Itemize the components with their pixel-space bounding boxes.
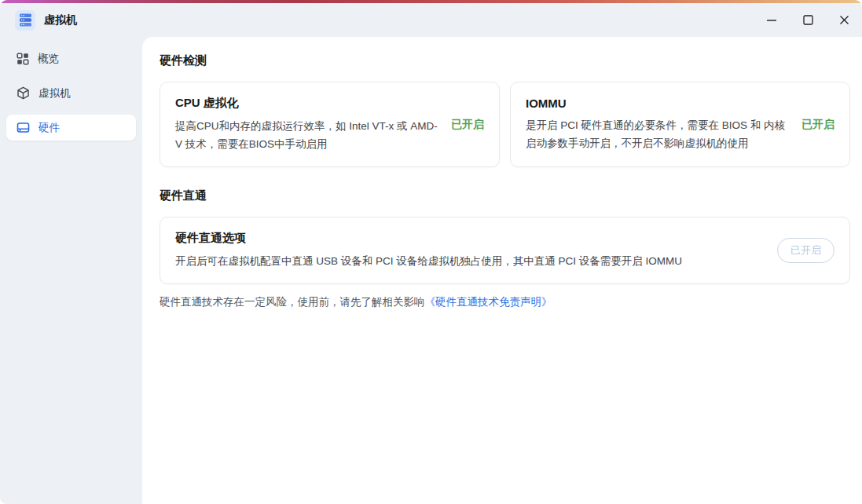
card-description: 是开启 PCI 硬件直通的必要条件，需要在 BIOS 和 内核启动参数手动开启，…: [526, 116, 790, 152]
detection-cards-row: CPU 虚拟化 提高CPU和内存的虚拟运行效率，如 Intel VT-x 或 A…: [160, 82, 850, 167]
app-logo: [15, 10, 35, 31]
passthrough-enabled-button[interactable]: 已开启: [777, 238, 834, 263]
risk-notice: 硬件直通技术存在一定风险，使用前，请先了解相关影响《硬件直通技术免责声明》: [160, 295, 850, 309]
main-content: 硬件检测 CPU 虚拟化 提高CPU和内存的虚拟运行效率，如 Intel VT-…: [142, 37, 862, 504]
status-badge: 已开启: [801, 118, 834, 132]
disclaimer-link[interactable]: 《硬件直通技术免责声明》: [425, 296, 552, 308]
card-title: 硬件直通选项: [175, 231, 765, 246]
close-button[interactable]: [826, 3, 862, 37]
app-window: 虚拟机: [0, 0, 862, 504]
card-body: 硬件直通选项 开启后可在虚拟机配置中直通 USB 设备和 PCI 设备给虚拟机独…: [175, 231, 765, 270]
card-description: 提高CPU和内存的虚拟运行效率，如 Intel VT-x 或 AMD-V 技术，…: [175, 117, 440, 153]
section-heading-detection: 硬件检测: [160, 53, 850, 68]
sidebar-item-hardware[interactable]: 硬件: [6, 115, 136, 141]
minimize-button[interactable]: [754, 3, 790, 37]
app-title: 虚拟机: [44, 13, 77, 27]
titlebar: 虚拟机: [0, 3, 862, 37]
card-passthrough-options: 硬件直通选项 开启后可在虚拟机配置中直通 USB 设备和 PCI 设备给虚拟机独…: [160, 217, 850, 284]
card-title: IOMMU: [526, 97, 790, 110]
section-heading-passthrough: 硬件直通: [160, 188, 850, 203]
maximize-button[interactable]: [790, 3, 826, 37]
card-iommu: IOMMU 是开启 PCI 硬件直通的必要条件，需要在 BIOS 和 内核启动参…: [510, 82, 850, 167]
sidebar: 概览 虚拟机 硬件: [0, 37, 142, 504]
server-stack-icon: [19, 13, 32, 27]
card-cpu-virtualization: CPU 虚拟化 提高CPU和内存的虚拟运行效率，如 Intel VT-x 或 A…: [160, 82, 500, 167]
grid-icon: [17, 53, 29, 65]
cube-icon: [17, 86, 30, 100]
sidebar-item-label: 硬件: [39, 121, 60, 135]
drive-icon: [17, 121, 30, 134]
sidebar-item-label: 虚拟机: [39, 86, 71, 100]
sidebar-item-vm[interactable]: 虚拟机: [6, 80, 136, 106]
window-controls: [754, 3, 862, 37]
card-description: 开启后可在虚拟机配置中直通 USB 设备和 PCI 设备给虚拟机独占使用，其中直…: [175, 252, 765, 270]
maximize-icon: [803, 15, 813, 25]
risk-notice-text: 硬件直通技术存在一定风险，使用前，请先了解相关影响: [160, 296, 425, 308]
card-body: IOMMU 是开启 PCI 硬件直通的必要条件，需要在 BIOS 和 内核启动参…: [526, 97, 790, 152]
card-title: CPU 虚拟化: [175, 96, 440, 111]
close-icon: [839, 15, 849, 25]
sidebar-item-label: 概览: [38, 52, 59, 66]
status-badge: 已开启: [451, 118, 484, 132]
sidebar-item-overview[interactable]: 概览: [6, 46, 136, 71]
card-body: CPU 虚拟化 提高CPU和内存的虚拟运行效率，如 Intel VT-x 或 A…: [175, 96, 440, 153]
minimize-icon: [766, 15, 777, 26]
